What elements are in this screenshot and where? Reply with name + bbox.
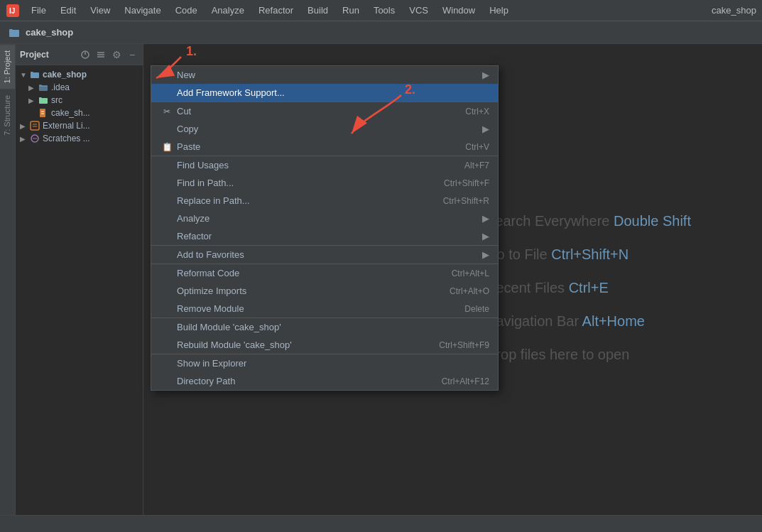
- ctx-shortcut-remove-module: Delete: [464, 304, 489, 314]
- project-name-header: cake_shop: [712, 5, 756, 16]
- tree-label-src: src: [51, 95, 62, 105]
- ctx-item-reformat[interactable]: Reformat Code Ctrl+Alt+L: [151, 264, 498, 282]
- menu-vcs[interactable]: VCS: [403, 4, 434, 17]
- tree-label-idea: .idea: [51, 82, 70, 92]
- context-menu: New ▶ Add Framework Support... ✂ Cut Ctr…: [151, 65, 499, 391]
- ctx-item-directory-path[interactable]: Directory Path Ctrl+Alt+F12: [151, 372, 498, 390]
- ctx-arrow-new: ▶: [482, 70, 489, 80]
- menu-build[interactable]: Build: [302, 4, 334, 17]
- tree-item-scratches[interactable]: ▶ Scratches ...: [16, 132, 143, 145]
- ctx-label-rebuild-module: Rebuild Module 'cake_shop': [177, 340, 439, 350]
- ctx-item-optimize[interactable]: Optimize Imports Ctrl+Alt+O: [151, 282, 498, 300]
- panel-collapse-btn[interactable]: [94, 48, 107, 61]
- svg-rect-14: [31, 121, 39, 130]
- ctx-item-analyze[interactable]: Analyze ▶: [151, 210, 498, 227]
- tree-arrow-src: ▶: [28, 97, 36, 104]
- folder-icon-src: [38, 95, 48, 105]
- project-tree: ▼ cake_shop ▶ .idea ▶ src: [16, 65, 143, 532]
- menu-edit[interactable]: Edit: [55, 4, 82, 17]
- ctx-shortcut-replace-in-path: Ctrl+Shift+R: [443, 196, 489, 206]
- ctx-shortcut-directory-path: Ctrl+Alt+F12: [442, 376, 489, 386]
- bottom-bar: [0, 515, 762, 532]
- hint-goto-file: Go to File Ctrl+Shift+N: [486, 246, 691, 263]
- ctx-label-cut: Cut: [177, 106, 465, 116]
- ctx-label-reformat: Reformat Code: [177, 268, 452, 278]
- ctx-icon-paste: 📋: [160, 142, 174, 152]
- sidebar-tab-structure[interactable]: 7: Structure: [0, 89, 15, 141]
- ctx-label-refactor: Refactor: [177, 231, 477, 241]
- tree-item-src[interactable]: ▶ src: [16, 94, 143, 107]
- ctx-item-find-in-path[interactable]: Find in Path... Ctrl+Shift+F: [151, 174, 498, 192]
- ctx-item-paste[interactable]: 📋 Paste Ctrl+V: [151, 138, 498, 156]
- menu-navigate[interactable]: Navigate: [119, 4, 166, 17]
- ctx-item-rebuild-module[interactable]: Rebuild Module 'cake_shop' Ctrl+Shift+F9: [151, 336, 498, 354]
- project-panel-header: Project ⚙ −: [16, 44, 143, 65]
- ctx-label-find-in-path: Find in Path...: [177, 178, 444, 188]
- ctx-arrow-copy: ▶: [482, 124, 489, 134]
- folder-icon-root: [30, 70, 40, 80]
- ctx-arrow-analyze: ▶: [482, 213, 489, 224]
- ctx-label-build-module: Build Module 'cake_shop': [177, 322, 489, 332]
- tree-label-external: External Li...: [43, 121, 90, 131]
- ctx-item-find-usages[interactable]: Find Usages Alt+F7: [151, 156, 498, 174]
- ctx-item-replace-in-path[interactable]: Replace in Path... Ctrl+Shift+R: [151, 192, 498, 210]
- project-folder-icon: [9, 27, 20, 38]
- menu-window[interactable]: Window: [437, 4, 481, 17]
- menu-items: File Edit View Navigate Code Analyze Ref…: [26, 4, 712, 17]
- hint-lines: Search Everywhere Double Shift Go to Fil…: [486, 213, 734, 363]
- panel-settings-btn[interactable]: ⚙: [110, 48, 123, 61]
- ctx-shortcut-cut: Ctrl+X: [465, 107, 489, 116]
- hint-search-everywhere: Search Everywhere Double Shift: [486, 213, 691, 229]
- hint-nav-key: Alt+Home: [582, 313, 645, 329]
- hint-nav-text: Navigation Bar: [486, 313, 582, 329]
- ctx-item-remove-module[interactable]: Remove Module Delete: [151, 300, 498, 318]
- panel-close-btn[interactable]: −: [126, 48, 138, 61]
- tree-arrow-scratches: ▶: [20, 135, 27, 143]
- ctx-item-refactor[interactable]: Refactor ▶: [151, 227, 498, 246]
- menu-file[interactable]: File: [26, 4, 52, 17]
- ctx-item-show-explorer[interactable]: Show in Explorer: [151, 354, 498, 372]
- ctx-item-copy[interactable]: Copy ▶: [151, 120, 498, 138]
- sidebar-tab-project[interactable]: 1: Project: [0, 44, 15, 89]
- hint-search-key: Double Shift: [614, 213, 691, 229]
- ctx-label-analyze: Analyze: [177, 213, 477, 224]
- ctx-shortcut-optimize: Ctrl+Alt+O: [450, 286, 489, 296]
- tree-item-cake-file[interactable]: cake_sh...: [16, 107, 143, 119]
- ctx-item-add-favorites[interactable]: Add to Favorites ▶: [151, 246, 498, 264]
- ctx-label-replace-in-path: Replace in Path...: [177, 195, 443, 206]
- ctx-label-directory-path: Directory Path: [177, 376, 442, 386]
- tree-item-external[interactable]: ▶ External Li...: [16, 119, 143, 132]
- title-bar: cake_shop: [0, 21, 762, 44]
- ctx-item-new[interactable]: New ▶: [151, 66, 498, 84]
- tree-arrow-root: ▼: [20, 71, 27, 79]
- ctx-shortcut-find-in-path: Ctrl+Shift+F: [444, 178, 489, 188]
- ctx-arrow-add-favorites: ▶: [482, 249, 489, 260]
- external-lib-icon: [30, 121, 40, 131]
- menu-refactor[interactable]: Refactor: [253, 4, 299, 17]
- ctx-label-add-framework: Add Framework Support...: [177, 87, 489, 98]
- menu-analyze[interactable]: Analyze: [206, 4, 250, 17]
- menu-help[interactable]: Help: [484, 4, 514, 17]
- ctx-label-optimize: Optimize Imports: [177, 286, 450, 296]
- tree-label-cake-file: cake_sh...: [51, 108, 90, 118]
- ctx-item-cut[interactable]: ✂ Cut Ctrl+X: [151, 102, 498, 120]
- ctx-item-build-module[interactable]: Build Module 'cake_shop': [151, 318, 498, 336]
- hint-drop-text: Drop files here to open: [486, 347, 629, 362]
- menu-code[interactable]: Code: [170, 4, 203, 17]
- menu-view[interactable]: View: [85, 4, 116, 17]
- title-bar-text: cake_shop: [26, 27, 73, 38]
- tree-item-root[interactable]: ▼ cake_shop: [16, 68, 143, 81]
- ctx-label-copy: Copy: [177, 124, 477, 134]
- ctx-item-add-framework[interactable]: Add Framework Support...: [151, 84, 498, 102]
- menu-tools[interactable]: Tools: [368, 4, 401, 17]
- panel-sync-btn[interactable]: [79, 48, 92, 61]
- project-panel: Project ⚙ − ▼ cake_shop ▶: [16, 44, 143, 532]
- sidebar-tabs: 1: Project 7: Structure: [0, 44, 16, 532]
- ctx-arrow-refactor: ▶: [482, 231, 489, 241]
- menu-run[interactable]: Run: [337, 4, 365, 17]
- tree-item-idea[interactable]: ▶ .idea: [16, 81, 143, 94]
- tree-label-root: cake_shop: [43, 70, 87, 80]
- hint-goto-key: Ctrl+Shift+N: [551, 246, 628, 262]
- svg-rect-11: [40, 109, 45, 117]
- ctx-shortcut-rebuild-module: Ctrl+Shift+F9: [439, 340, 489, 350]
